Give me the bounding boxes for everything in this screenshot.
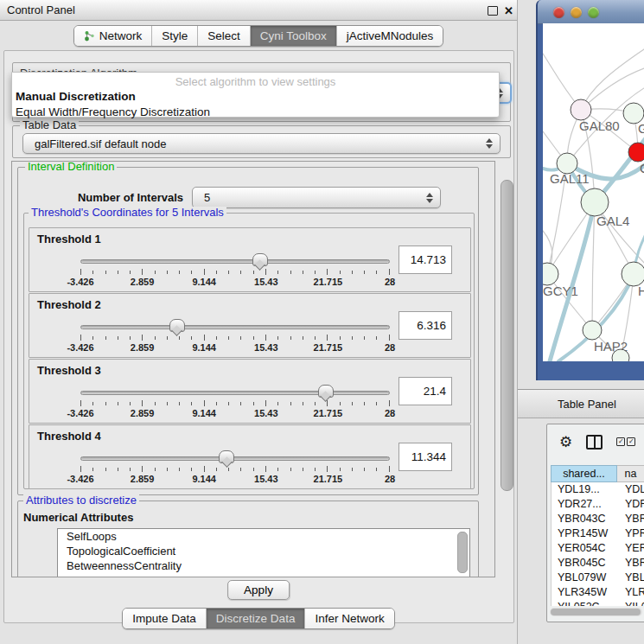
- threshold-slider[interactable]: -3.4262.8599.14415.4321.71528: [80, 450, 390, 484]
- network-node-gcy1[interactable]: [543, 263, 558, 285]
- tab-cyni-toolbox[interactable]: Cyni Toolbox: [251, 26, 337, 46]
- top-tab-group: NetworkStyleSelectCyni ToolboxjActiveMNo…: [73, 25, 444, 47]
- table-panel-title: Table Panel: [558, 398, 616, 411]
- cell-shared-name: YBL079W: [552, 571, 618, 585]
- tab-impute-data[interactable]: Impute Data: [123, 609, 207, 628]
- table-row[interactable]: YBL079WYBL0: [552, 571, 644, 585]
- table-row[interactable]: YLR345WYLR3: [552, 585, 644, 600]
- slider-track[interactable]: [80, 259, 390, 264]
- tab-label: Style: [162, 29, 188, 42]
- network-icon: [84, 30, 95, 41]
- threshold-slider[interactable]: -3.4262.8599.14415.4321.71528: [80, 252, 390, 287]
- cell-shared-name: YDR27...: [552, 497, 618, 512]
- slider-thumb[interactable]: [169, 319, 185, 332]
- table-data-combo-value: galFiltered.sif default node: [35, 137, 166, 150]
- table-row[interactable]: YDL19...YDL1: [552, 482, 644, 497]
- network-node-c[interactable]: [628, 143, 644, 162]
- threshold-value-field[interactable]: 6.316: [399, 311, 452, 340]
- table-row[interactable]: YIL052CYIL0: [552, 600, 644, 606]
- threshold-value-field[interactable]: 14.713: [399, 245, 452, 274]
- attribute-item-betweennesscentrality[interactable]: BetweennessCentrality: [58, 558, 469, 573]
- close-traffic-light[interactable]: [553, 7, 564, 18]
- table-horizontal-scrollbar[interactable]: [550, 608, 642, 616]
- slider-thumb[interactable]: [318, 385, 334, 398]
- checkbox-icon: ✓: [627, 437, 635, 446]
- slider-ticks: [80, 400, 390, 406]
- thresholds-group: Threshold's Coordinates for 5 Intervals …: [23, 213, 475, 489]
- network-node-label: GAL4: [596, 214, 629, 228]
- settings-viewport: Interval Definition Number of Intervals …: [11, 161, 495, 577]
- minimize-traffic-light[interactable]: [571, 7, 582, 18]
- network-canvas[interactable]: GAL80GCGAL11GAL4GCY1HHAP2: [543, 23, 644, 361]
- number-of-intervals-label: Number of Intervals: [66, 191, 183, 204]
- tab-label: Discretize Data: [216, 612, 296, 625]
- slider-track[interactable]: [80, 456, 390, 461]
- network-node-label: H: [638, 284, 644, 298]
- threshold-label: Threshold 3: [37, 364, 101, 377]
- dropdown-item-equal-width-frequency[interactable]: Equal Width/Frequency Discretization: [12, 105, 499, 120]
- column-header-shared-name[interactable]: shared...: [551, 465, 617, 482]
- network-node-hap2[interactable]: [583, 321, 602, 340]
- slider-thumb[interactable]: [252, 253, 268, 266]
- tab-label: Impute Data: [132, 612, 196, 625]
- columns-icon[interactable]: [586, 435, 603, 450]
- table-row[interactable]: YDR27...YDR2: [552, 497, 644, 512]
- threshold-panel-3: Threshold 3-3.4262.8599.14415.4321.71528…: [29, 359, 471, 424]
- network-node-h[interactable]: [622, 262, 644, 286]
- cell-shared-name: YLR345W: [552, 585, 618, 600]
- settings-scrollbar-thumb[interactable]: [501, 180, 513, 491]
- slider-tick-labels: -3.4262.8599.14415.4321.71528: [80, 408, 390, 418]
- apply-button[interactable]: Apply: [227, 580, 290, 600]
- checkboxes-icon[interactable]: ✓ ✓: [616, 437, 635, 446]
- number-of-intervals-value: 5: [204, 191, 210, 204]
- slider-track[interactable]: [80, 391, 390, 395]
- column-header-name[interactable]: na: [617, 465, 644, 482]
- zoom-traffic-light[interactable]: [588, 7, 599, 18]
- tab-label: jActiveMNodules: [347, 29, 434, 42]
- float-window-icon[interactable]: [488, 6, 498, 16]
- tab-jactivemnodules[interactable]: jActiveMNodules: [337, 26, 443, 46]
- tab-network[interactable]: Network: [74, 26, 153, 46]
- threshold-value-field[interactable]: 11.344: [399, 443, 452, 471]
- slider-tick-labels: -3.4262.8599.14415.4321.71528: [80, 474, 390, 484]
- dropdown-item-manual-discretization[interactable]: Manual Discretization: [12, 89, 499, 105]
- gear-icon[interactable]: ⚙: [559, 435, 572, 450]
- table-row[interactable]: YBR045CYBR0: [552, 556, 644, 571]
- threshold-label: Threshold 2: [37, 298, 101, 311]
- table-row[interactable]: YBR043CYBR0: [552, 512, 644, 526]
- network-node-gal80[interactable]: [571, 99, 591, 120]
- close-icon[interactable]: ✕: [504, 5, 513, 16]
- table-toolbar: ⚙ ✓ ✓: [547, 424, 644, 459]
- table-row[interactable]: YER054CYER0: [552, 541, 644, 556]
- threshold-value-field[interactable]: 21.4: [399, 377, 452, 405]
- table-row[interactable]: YPR145WYPR1: [552, 526, 644, 541]
- slider-thumb[interactable]: [219, 450, 234, 463]
- number-of-intervals-combo[interactable]: 5: [192, 187, 441, 208]
- tab-style[interactable]: Style: [152, 26, 198, 46]
- settings-scrollbar[interactable]: [499, 163, 514, 576]
- slider-track[interactable]: [80, 325, 390, 329]
- tab-discretize-data[interactable]: Discretize Data: [207, 609, 306, 628]
- cell-name: YIL0: [618, 600, 644, 606]
- attribute-item-topologicalcoefficient[interactable]: TopologicalCoefficient: [58, 544, 469, 558]
- table-data-combo[interactable]: galFiltered.sif default node: [22, 133, 501, 154]
- dropdown-placeholder: Select algorithm to view settings: [12, 73, 499, 89]
- network-node-gal4[interactable]: [581, 188, 609, 216]
- tab-infer-network[interactable]: Infer Network: [305, 609, 393, 628]
- attributes-list-scrollbar[interactable]: [457, 532, 468, 573]
- network-graph[interactable]: GAL80GCGAL11GAL4GCY1HHAP2: [543, 23, 644, 361]
- cell-shared-name: YER054C: [552, 541, 618, 556]
- table-header-row: shared... na: [551, 465, 644, 482]
- table-hscrollbar-thumb[interactable]: [551, 609, 641, 615]
- slider-ticks: [80, 335, 390, 341]
- threshold-panel-2: Threshold 2-3.4262.8599.14415.4321.71528…: [29, 293, 471, 358]
- tab-select[interactable]: Select: [198, 26, 251, 46]
- slider-tick-labels: -3.4262.8599.14415.4321.71528: [80, 277, 390, 287]
- attribute-item-selfloops[interactable]: SelfLoops: [58, 529, 469, 544]
- threshold-slider[interactable]: -3.4262.8599.14415.4321.71528: [80, 384, 390, 418]
- bottom-tab-group: Impute DataDiscretize DataInfer Network: [122, 608, 394, 629]
- cell-name: YLR3: [618, 585, 644, 600]
- numerical-attributes-list[interactable]: SelfLoopsTopologicalCoefficientBetweenne…: [57, 528, 470, 577]
- threshold-slider[interactable]: -3.4262.8599.14415.4321.71528: [80, 318, 390, 353]
- bottom-tab-bar: Impute DataDiscretize DataInfer Network: [0, 608, 517, 629]
